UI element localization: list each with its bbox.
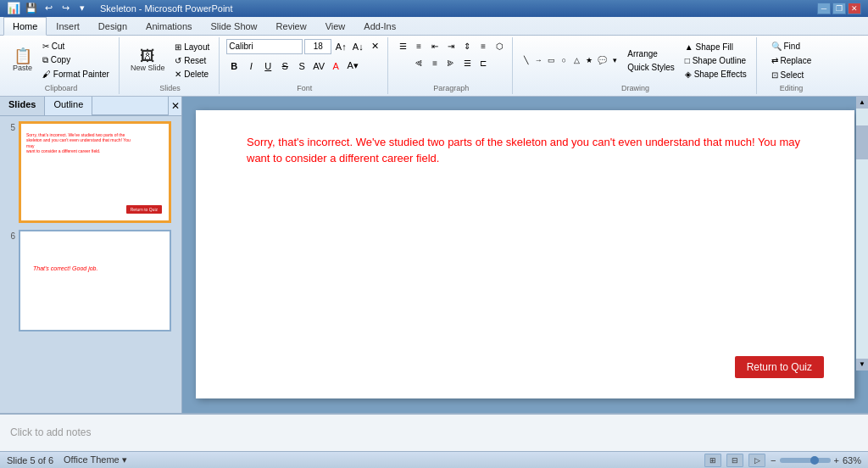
tab-insert[interactable]: Insert bbox=[47, 17, 89, 35]
numbering-btn[interactable]: ≡ bbox=[411, 39, 426, 54]
rect-shape[interactable]: ▭ bbox=[545, 54, 557, 66]
tab-home[interactable]: Home bbox=[3, 17, 47, 36]
bullets-btn[interactable]: ☰ bbox=[395, 39, 410, 54]
ribbon-group-slides: 🖼 New Slide ⊞ Layout ↺ Reset ✕ Delete Sl… bbox=[121, 37, 220, 94]
tab-view[interactable]: View bbox=[316, 17, 355, 35]
notes-area[interactable]: Click to add notes bbox=[0, 413, 868, 451]
cut-button[interactable]: ✂ Cut bbox=[38, 40, 114, 53]
triangle-shape[interactable]: △ bbox=[570, 54, 582, 66]
paste-label: Paste bbox=[13, 64, 32, 72]
select-button[interactable]: ⊡ Select bbox=[767, 69, 815, 81]
slide-num-5: 5 bbox=[5, 121, 15, 132]
zoom-slider[interactable] bbox=[780, 458, 831, 463]
clipboard-group-content: 📋 Paste ✂ Cut ⧉ Copy 🖌 Format Painter bbox=[8, 39, 114, 82]
italic-btn[interactable]: I bbox=[243, 58, 259, 74]
close-panel-btn[interactable]: ✕ bbox=[168, 97, 181, 115]
find-button[interactable]: 🔍 Find bbox=[767, 40, 815, 53]
arrow-shape[interactable]: → bbox=[532, 54, 544, 66]
scroll-thumb[interactable] bbox=[856, 125, 868, 159]
zoom-out-btn[interactable]: − bbox=[771, 455, 776, 465]
decrease-indent-btn[interactable]: ⇤ bbox=[427, 39, 442, 54]
slide-thumb-6[interactable]: 6 That's correct! Good job. bbox=[3, 228, 178, 333]
more-qa-btn[interactable]: ▾ bbox=[75, 1, 90, 16]
clear-format-btn[interactable]: ✕ bbox=[367, 39, 382, 54]
undo-qa-btn[interactable]: ↩ bbox=[41, 1, 56, 16]
arrange-btn[interactable]: Arrange bbox=[623, 47, 679, 60]
grow-font-btn[interactable]: A↑ bbox=[333, 39, 348, 54]
return-to-quiz-button[interactable]: Return to Quiz bbox=[735, 356, 824, 378]
paste-button[interactable]: 📋 Paste bbox=[8, 39, 36, 81]
underline-btn[interactable]: U bbox=[260, 58, 275, 74]
font-color-btn[interactable]: A bbox=[328, 58, 343, 74]
zoom-in-btn[interactable]: + bbox=[834, 455, 839, 465]
align-center-btn[interactable]: ≡ bbox=[427, 56, 442, 71]
bold-btn[interactable]: B bbox=[226, 58, 242, 74]
line-shape[interactable]: ╲ bbox=[520, 54, 531, 66]
redo-qa-btn[interactable]: ↪ bbox=[58, 1, 73, 16]
format-row: B I U S S AV A A▾ bbox=[226, 58, 360, 74]
paste-icon: 📋 bbox=[14, 48, 32, 64]
tab-animations[interactable]: Animations bbox=[136, 17, 201, 35]
increase-indent-btn[interactable]: ⇥ bbox=[443, 39, 459, 54]
star-shape[interactable]: ★ bbox=[583, 54, 595, 66]
restore-btn[interactable]: ❐ bbox=[832, 3, 846, 14]
smartart-btn[interactable]: ⬡ bbox=[492, 39, 507, 54]
shadow-btn[interactable]: S bbox=[294, 58, 309, 74]
callout-shape[interactable]: 💬 bbox=[596, 54, 608, 66]
font-name-input[interactable] bbox=[226, 39, 303, 54]
more-shapes[interactable]: ▾ bbox=[609, 54, 620, 66]
title-text: Skeleton - Microsoft PowerPoint bbox=[100, 3, 233, 14]
tab-addins[interactable]: Add-Ins bbox=[354, 17, 405, 35]
tab-review[interactable]: Review bbox=[267, 17, 316, 35]
oval-shape[interactable]: ○ bbox=[558, 54, 570, 66]
slide-sorter-btn[interactable]: ⊟ bbox=[726, 454, 743, 467]
title-bar: 📊 💾 ↩ ↪ ▾ Skeleton - Microsoft PowerPoin… bbox=[0, 0, 868, 17]
align-right-btn[interactable]: ⫸ bbox=[443, 56, 459, 71]
tab-slideshow[interactable]: Slide Show bbox=[202, 17, 267, 35]
align-text-btn[interactable]: ≡ bbox=[476, 39, 491, 54]
theme-dropdown-icon[interactable]: ▾ bbox=[122, 454, 127, 465]
slide-main-text: Sorry, that's incorrect. We've studied t… bbox=[247, 134, 804, 167]
font-highlight-btn[interactable]: A▾ bbox=[345, 58, 360, 74]
justify-btn[interactable]: ☰ bbox=[459, 56, 475, 71]
copy-button[interactable]: ⧉ Copy bbox=[38, 53, 114, 67]
quick-styles-btn[interactable]: Quick Styles bbox=[623, 61, 679, 74]
delete-button[interactable]: ✕ Delete bbox=[170, 68, 214, 81]
shape-style-btns: ▲ Shape Fill □ Shape Outline ◈ Shape Eff… bbox=[681, 41, 751, 81]
minimize-btn[interactable]: ─ bbox=[817, 3, 831, 14]
align-left-btn[interactable]: ⫷ bbox=[411, 56, 426, 71]
shape-effects-btn[interactable]: ◈ Shape Effects bbox=[681, 68, 751, 81]
shape-fill-btn[interactable]: ▲ Shape Fill bbox=[681, 41, 751, 53]
zoom-thumb[interactable] bbox=[810, 456, 819, 465]
slide-thumb-5[interactable]: 5 Sorry, that's incorrect. We've studied… bbox=[3, 120, 178, 225]
editing-label: Editing bbox=[780, 82, 804, 92]
text-direction-btn[interactable]: ⇕ bbox=[459, 39, 475, 54]
layout-button[interactable]: ⊞ Layout bbox=[170, 41, 214, 53]
new-slide-button[interactable]: 🖼 New Slide bbox=[126, 39, 170, 81]
slides-tab[interactable]: Slides bbox=[0, 97, 45, 115]
replace-button[interactable]: ⇄ Replace bbox=[767, 54, 815, 67]
shape-outline-btn[interactable]: □ Shape Outline bbox=[681, 54, 751, 67]
reset-button[interactable]: ↺ Reset bbox=[170, 54, 214, 67]
font-size-input[interactable] bbox=[304, 39, 331, 54]
col-btn[interactable]: ⊏ bbox=[476, 56, 491, 71]
slide-panel-tabs: Slides Outline ✕ bbox=[0, 97, 181, 116]
font-label: Font bbox=[297, 82, 312, 92]
normal-view-btn[interactable]: ⊞ bbox=[704, 454, 721, 467]
save-qa-btn[interactable]: 💾 bbox=[24, 1, 39, 16]
scroll-up-btn[interactable]: ▲ bbox=[856, 97, 868, 109]
scroll-down-btn[interactable]: ▼ bbox=[856, 359, 868, 370]
slideshow-btn[interactable]: ▷ bbox=[748, 454, 765, 467]
drawing-label: Drawing bbox=[621, 82, 649, 92]
para-btns-row2: ⫷ ≡ ⫸ ☰ ⊏ bbox=[411, 56, 491, 71]
outline-tab[interactable]: Outline bbox=[45, 97, 92, 115]
slides-group-content: 🖼 New Slide ⊞ Layout ↺ Reset ✕ Delete bbox=[126, 39, 214, 82]
tab-design[interactable]: Design bbox=[89, 17, 136, 35]
shrink-font-btn[interactable]: A↓ bbox=[350, 39, 365, 54]
ribbon-group-paragraph: ☰ ≡ ⇤ ⇥ ⇕ ≡ ⬡ ⫷ ≡ ⫸ ☰ ⊏ bbox=[390, 37, 513, 94]
format-painter-button[interactable]: 🖌 Format Painter bbox=[38, 68, 114, 81]
char-spacing-btn[interactable]: AV bbox=[311, 58, 326, 74]
theme-name: Office Theme ▾ bbox=[64, 454, 127, 465]
close-btn[interactable]: ✕ bbox=[848, 3, 861, 14]
strikethrough-btn[interactable]: S bbox=[277, 58, 292, 74]
